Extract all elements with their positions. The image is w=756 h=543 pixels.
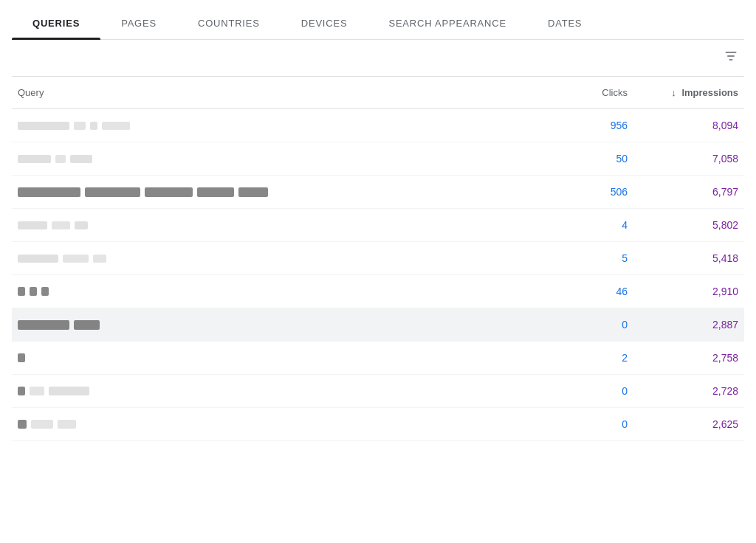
clicks-cell: 50	[539, 153, 628, 165]
tab-countries[interactable]: COUNTRIES	[177, 7, 281, 39]
clicks-cell: 2	[539, 352, 628, 364]
impressions-cell: 2,910	[628, 286, 738, 297]
table-row[interactable]: 956 8,094	[12, 109, 744, 142]
clicks-cell: 506	[539, 186, 628, 198]
table-row[interactable]: 4 5,802	[12, 209, 744, 242]
query-cell	[18, 187, 539, 197]
filter-row	[12, 40, 744, 77]
impressions-cell: 7,058	[628, 153, 738, 165]
impressions-cell: 6,797	[628, 186, 738, 198]
query-cell	[18, 420, 539, 429]
tab-pages[interactable]: PAGES	[100, 7, 177, 39]
tab-search-appearance[interactable]: SEARCH APPEARANCE	[368, 7, 527, 39]
impressions-cell: 5,418	[628, 252, 738, 264]
clicks-cell: 46	[539, 286, 628, 297]
query-cell	[18, 255, 539, 263]
tab-devices[interactable]: DEVICES	[281, 7, 368, 39]
clicks-cell: 0	[539, 319, 628, 331]
clicks-cell: 4	[539, 219, 628, 231]
main-container: QUERIES PAGES COUNTRIES DEVICES SEARCH A…	[0, 0, 756, 543]
impressions-cell: 2,887	[628, 319, 738, 331]
query-cell	[18, 122, 539, 130]
table-header: Query Clicks ↓ Impressions	[12, 77, 744, 109]
clicks-cell: 0	[539, 385, 628, 397]
impressions-cell: 8,094	[628, 120, 738, 131]
tab-queries[interactable]: QUERIES	[12, 7, 100, 39]
sort-arrow-icon: ↓	[671, 87, 676, 98]
query-cell	[18, 287, 539, 296]
impressions-cell: 2,625	[628, 418, 738, 430]
clicks-cell: 0	[539, 418, 628, 430]
col-header-clicks[interactable]: Clicks	[539, 87, 628, 98]
impressions-cell: 2,728	[628, 385, 738, 397]
clicks-cell: 956	[539, 120, 628, 131]
col-header-query: Query	[18, 87, 539, 98]
impressions-cell: 5,802	[628, 219, 738, 231]
tab-dates[interactable]: DATES	[527, 7, 602, 39]
table-row[interactable]: 50 7,058	[12, 142, 744, 176]
query-cell	[18, 320, 539, 330]
table-row[interactable]: 0 2,728	[12, 375, 744, 408]
col-header-impressions[interactable]: ↓ Impressions	[628, 87, 738, 98]
table-row[interactable]: 5 5,418	[12, 242, 744, 275]
table-row[interactable]: 2 2,758	[12, 342, 744, 375]
query-cell	[18, 221, 539, 229]
tabs-bar: QUERIES PAGES COUNTRIES DEVICES SEARCH A…	[12, 0, 744, 40]
query-cell	[18, 353, 539, 362]
query-cell	[18, 387, 539, 395]
query-cell	[18, 155, 539, 163]
impressions-cell: 2,758	[628, 352, 738, 364]
table-row[interactable]: 506 6,797	[12, 176, 744, 209]
table-row[interactable]: 0 2,887	[12, 308, 744, 342]
filter-icon[interactable]	[724, 49, 738, 67]
data-table: Query Clicks ↓ Impressions 956 8,094	[12, 77, 744, 441]
table-row[interactable]: 0 2,625	[12, 408, 744, 441]
clicks-cell: 5	[539, 252, 628, 264]
table-row[interactable]: 46 2,910	[12, 275, 744, 308]
